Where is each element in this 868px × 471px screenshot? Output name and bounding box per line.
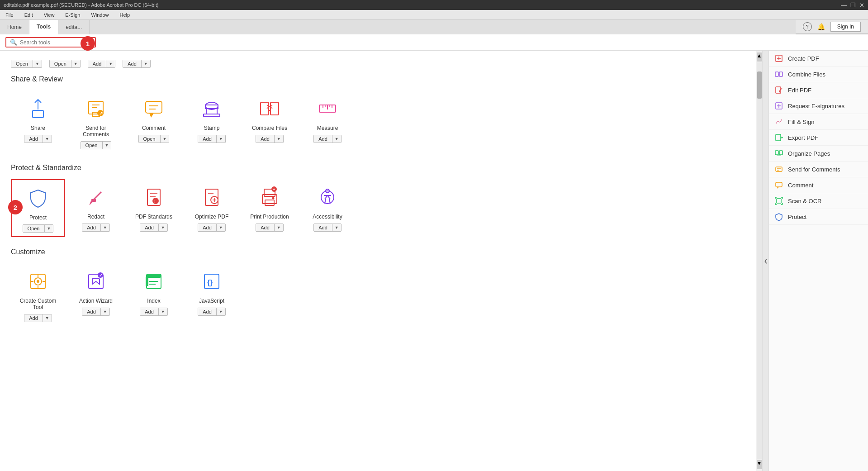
top-open-btn-2[interactable]: Open [50, 60, 71, 67]
tool-index[interactable]: Index Add ▼ [127, 263, 181, 326]
notification-icon[interactable]: 🔔 [817, 23, 825, 30]
top-btn-add-1[interactable]: Add ▼ [88, 60, 116, 68]
pdf-standards-add-dropdown[interactable]: ▼ [159, 224, 167, 231]
javascript-add-dropdown[interactable]: ▼ [217, 308, 225, 315]
protect-btn-group[interactable]: Open ▼ [23, 224, 54, 233]
tab-home[interactable]: Home [0, 20, 29, 34]
print-production-btn-group[interactable]: Add ▼ [256, 224, 284, 232]
accessibility-add-dropdown[interactable]: ▼ [332, 224, 341, 231]
action-wizard-btn-group[interactable]: Add ▼ [82, 308, 110, 316]
optimize-add-btn[interactable]: Add [198, 224, 217, 231]
send-comments-open-dropdown[interactable]: ▼ [103, 142, 111, 149]
tab-tools[interactable]: Tools [29, 20, 58, 34]
send-comments-btn-group[interactable]: Open ▼ [81, 141, 112, 149]
menu-esign[interactable]: E-Sign [63, 11, 82, 19]
stamp-add-btn[interactable]: Add [198, 135, 217, 143]
index-btn-group[interactable]: Add ▼ [140, 308, 168, 316]
share-btn-group[interactable]: Add ▼ [24, 135, 52, 143]
top-open-dropdown-1[interactable]: ▼ [33, 60, 42, 67]
tool-comment[interactable]: Comment Open ▼ [127, 90, 181, 153]
javascript-btn-group[interactable]: Add ▼ [198, 308, 226, 316]
panel-collapse-btn[interactable]: ❮ [762, 51, 768, 471]
rp-protect[interactable]: Protect [769, 209, 868, 225]
rp-fill-sign[interactable]: Fill & Sign [769, 114, 868, 130]
tool-accessibility[interactable]: Accessibility Add ▼ [300, 179, 355, 237]
stamp-btn-group[interactable]: Add ▼ [198, 135, 226, 143]
top-add-dropdown-2[interactable]: ▼ [142, 60, 150, 67]
minimize-btn[interactable]: — [841, 2, 847, 9]
top-add-btn-2[interactable]: Add [123, 60, 142, 67]
redact-add-dropdown[interactable]: ▼ [101, 224, 109, 231]
comment-open-dropdown[interactable]: ▼ [161, 135, 169, 143]
scroll-thumb[interactable] [757, 71, 762, 99]
accessibility-add-btn[interactable]: Add [314, 224, 332, 231]
tab-edita[interactable]: edita... [58, 20, 90, 34]
measure-add-dropdown[interactable]: ▼ [332, 135, 341, 143]
top-add-btn-1[interactable]: Add [88, 60, 107, 67]
search-input[interactable] [20, 39, 88, 46]
share-add-dropdown[interactable]: ▼ [43, 135, 52, 143]
top-btn-open-2[interactable]: Open ▼ [49, 60, 81, 68]
tool-create-custom[interactable]: Create Custom Tool Add ▼ [11, 263, 65, 326]
tool-optimize[interactable]: Optimize PDF Add ▼ [185, 179, 239, 237]
tool-send-comments[interactable]: ↗ Send for Comments Open ▼ [69, 90, 123, 153]
measure-btn-group[interactable]: Add ▼ [313, 135, 342, 143]
index-add-btn[interactable]: Add [140, 308, 159, 315]
rp-edit-pdf[interactable]: Edit PDF [769, 82, 868, 98]
rp-combine-files[interactable]: Combine Files [769, 67, 868, 82]
scroll-thumb-area[interactable] [757, 62, 762, 459]
compare-btn-group[interactable]: Add ▼ [256, 135, 284, 143]
compare-add-btn[interactable]: Add [256, 135, 275, 143]
tool-measure[interactable]: Measure Add ▼ [300, 90, 355, 153]
compare-add-dropdown[interactable]: ▼ [275, 135, 283, 143]
accessibility-btn-group[interactable]: Add ▼ [313, 224, 342, 232]
rp-create-pdf[interactable]: Create PDF [769, 51, 868, 67]
print-production-add-btn[interactable]: Add [256, 224, 275, 231]
rp-organize-pages[interactable]: Organize Pages [769, 146, 868, 162]
scroll-up-btn[interactable]: ▲ [757, 52, 762, 62]
help-icon[interactable]: ? [803, 22, 812, 31]
menu-file[interactable]: File [4, 11, 15, 19]
protect-open-btn[interactable]: Open [23, 225, 45, 232]
sign-in-button[interactable]: Sign In [830, 22, 861, 32]
stamp-add-dropdown[interactable]: ▼ [217, 135, 225, 143]
action-wizard-add-btn[interactable]: Add [82, 308, 101, 315]
redact-btn-group[interactable]: Add ▼ [82, 224, 110, 232]
top-btn-add-2[interactable]: Add ▼ [123, 60, 151, 68]
close-btn[interactable]: ✕ [859, 2, 864, 9]
menu-edit[interactable]: Edit [23, 11, 35, 19]
protect-open-dropdown[interactable]: ▼ [45, 225, 53, 232]
top-open-dropdown-2[interactable]: ▼ [71, 60, 80, 67]
create-custom-add-dropdown[interactable]: ▼ [43, 314, 52, 322]
window-controls[interactable]: — ❐ ✕ [841, 2, 864, 9]
tool-action-wizard[interactable]: ✓ Action Wizard Add ▼ [69, 263, 123, 326]
rp-scan-ocr[interactable]: Scan & OCR [769, 193, 868, 209]
tool-compare[interactable]: Compare Files Add ▼ [242, 90, 297, 153]
print-production-add-dropdown[interactable]: ▼ [275, 224, 283, 231]
maximize-btn[interactable]: ❐ [850, 2, 856, 9]
redact-add-btn[interactable]: Add [82, 224, 101, 231]
tool-javascript[interactable]: {} JavaScript Add ▼ [185, 263, 239, 326]
javascript-add-btn[interactable]: Add [198, 308, 217, 315]
comment-open-btn[interactable]: Open [139, 135, 161, 143]
optimize-add-dropdown[interactable]: ▼ [217, 224, 225, 231]
create-custom-btn-group[interactable]: Add ▼ [24, 314, 52, 322]
tool-pdf-standards[interactable]: ! PDF Standards Add ▼ [127, 179, 181, 237]
rp-send-comments[interactable]: Send for Comments [769, 162, 868, 177]
share-add-btn[interactable]: Add [24, 135, 43, 143]
create-custom-add-btn[interactable]: Add [24, 314, 43, 322]
tool-share[interactable]: Share Add ▼ [11, 90, 65, 153]
rp-request-esign[interactable]: Request E-signatures [769, 98, 868, 114]
scroll-track[interactable]: ▲ ▼ [756, 51, 762, 471]
tool-redact[interactable]: Redact Add ▼ [69, 179, 123, 237]
top-open-btn-1[interactable]: Open [11, 60, 33, 67]
optimize-btn-group[interactable]: Add ▼ [198, 224, 226, 232]
index-add-dropdown[interactable]: ▼ [159, 308, 167, 315]
menu-window[interactable]: Window [89, 11, 110, 19]
menu-help[interactable]: Help [118, 11, 132, 19]
rp-export-pdf[interactable]: Export PDF [769, 130, 868, 146]
action-wizard-add-dropdown[interactable]: ▼ [101, 308, 109, 315]
top-btn-open-1[interactable]: Open ▼ [11, 60, 42, 68]
scroll-down-btn[interactable]: ▼ [757, 460, 762, 469]
pdf-standards-add-btn[interactable]: Add [140, 224, 159, 231]
